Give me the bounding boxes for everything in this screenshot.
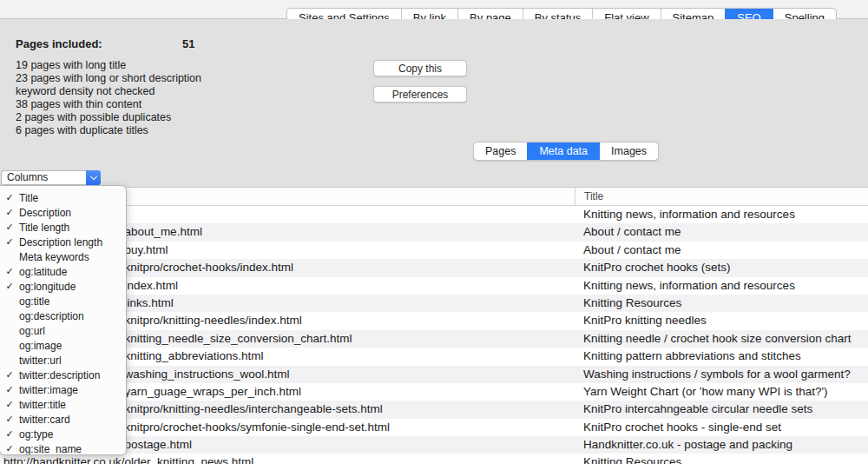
- checkmark-icon: ✓: [0, 414, 19, 425]
- menu-item-label: Description length: [19, 236, 102, 249]
- menu-item-label: twitter:image: [19, 384, 78, 396]
- table-row[interactable]: http://handknitter.co.uk/knitting_abbrev…: [0, 348, 868, 365]
- table-body: http://handknitter.co.ukKnitting news, i…: [0, 206, 868, 464]
- menu-item-og-url[interactable]: og:url: [0, 323, 126, 338]
- table-row[interactable]: http://handknitter.co.uk/knitpro/knittin…: [0, 401, 868, 418]
- menu-item-meta-keywords[interactable]: Meta keywords: [0, 249, 126, 264]
- menu-item-label: og:type: [19, 428, 53, 441]
- checkmark-icon: ✓: [0, 281, 19, 292]
- menu-item-label: og:image: [19, 340, 62, 352]
- preferences-button[interactable]: Preferences: [373, 86, 467, 103]
- menu-item-title[interactable]: ✓Title: [0, 190, 126, 205]
- row-title-cell: Washing instructions / symbols for a woo…: [575, 366, 868, 383]
- menu-item-label: og:longitude: [19, 281, 76, 293]
- checkmark-icon: ✓: [0, 207, 19, 218]
- row-title-cell: Knitting pattern abbreviations and stitc…: [575, 348, 868, 365]
- row-title-cell: Handknitter.co.uk - postage and packing: [575, 436, 868, 454]
- row-title-cell: KnitPro intercahngeable circular needle …: [575, 401, 868, 418]
- menu-item-twitter-url[interactable]: twitter:url: [0, 353, 126, 368]
- summary-line: keyword density not checked: [16, 85, 201, 98]
- table-row[interactable]: http://handknitter.co.uk/older_knitting_…: [0, 454, 868, 464]
- row-title-cell: Yarn Weight Chart (or 'how many WPI is t…: [575, 383, 868, 401]
- row-title-cell: KnitPro crochet hooks - single-end set: [575, 419, 868, 436]
- checkmark-icon: ✓: [0, 266, 19, 277]
- menu-item-og-type[interactable]: ✓og:type: [0, 427, 126, 441]
- checkmark-icon: ✓: [0, 443, 19, 454]
- table-row[interactable]: http://handknitter.co.uk/buy.htmlAbout /…: [0, 242, 868, 259]
- table-row[interactable]: http://handknitter.co.ukKnitting news, i…: [0, 206, 868, 223]
- menu-item-og-longitude[interactable]: ✓og:longitude: [0, 279, 126, 294]
- menu-item-label: twitter:url: [19, 355, 62, 367]
- menu-item-og-latitude[interactable]: ✓og:latitude: [0, 264, 126, 279]
- menu-item-og-image[interactable]: og:image: [0, 338, 126, 353]
- table-row[interactable]: http://handknitter.co.uk/links.htmlKnitt…: [0, 295, 868, 312]
- table-row[interactable]: http://handknitter.co.uk/yarn_guage_wrap…: [0, 383, 868, 401]
- pages-included-count: 51: [182, 37, 194, 50]
- checkmark-icon: ✓: [0, 399, 19, 410]
- checkmark-icon: ✓: [0, 222, 19, 233]
- menu-item-og-title[interactable]: og:title: [0, 294, 126, 308]
- menu-item-twitter-title[interactable]: ✓twitter:title: [0, 397, 126, 412]
- row-title-cell: Knitting news, information and resources: [575, 206, 868, 223]
- data-tabs: PagesMeta dataImages: [473, 142, 659, 161]
- summary-line: 19 pages with long title: [16, 59, 201, 72]
- menu-item-og-description[interactable]: og:description: [0, 308, 126, 323]
- data-tab-pages[interactable]: Pages: [474, 143, 527, 160]
- menu-item-description[interactable]: ✓Description: [0, 205, 126, 220]
- columns-dropdown-button[interactable]: Columns: [1, 170, 101, 185]
- menu-item-og-site-name[interactable]: ✓og:site_name: [0, 441, 126, 455]
- menu-item-label: Title length: [19, 222, 69, 234]
- table-row[interactable]: http://handknitter.co.uk/knitpro/crochet…: [0, 259, 868, 276]
- summary-line: 23 pages with long or short description: [16, 72, 201, 85]
- menu-item-label: og:url: [19, 325, 45, 337]
- data-tab-images[interactable]: Images: [599, 143, 658, 160]
- app-window: Sites and SettingsBy linkBy pageBy statu…: [0, 0, 868, 464]
- summary-line: 2 pages with possible duplicates: [16, 111, 201, 124]
- columns-button-label: Columns: [1, 170, 86, 185]
- checkmark-icon: ✓: [0, 384, 19, 395]
- menu-item-label: Meta keywords: [19, 251, 89, 263]
- menu-item-description-length[interactable]: ✓Description length: [0, 235, 126, 249]
- row-title-cell: Knitting Resources: [575, 295, 868, 312]
- pages-included-label: Pages included:: [16, 37, 102, 50]
- summary-lines: 19 pages with long title23 pages with lo…: [16, 59, 201, 137]
- menu-item-twitter-image[interactable]: ✓twitter:image: [0, 382, 126, 397]
- row-title-cell: About / contact me: [575, 223, 868, 241]
- seo-summary-panel: Pages included: 51 19 pages with long ti…: [0, 19, 868, 187]
- row-title-cell: Knitting Resources: [575, 454, 868, 464]
- table-header-row: Title: [0, 187, 868, 206]
- columns-menu: ✓Title✓Description✓Title length✓Descript…: [0, 185, 127, 455]
- menu-item-label: og:latitude: [19, 266, 67, 278]
- table-row[interactable]: http://handknitter.co.uk/postage.htmlHan…: [0, 436, 868, 454]
- menu-item-twitter-card[interactable]: ✓twitter:card: [0, 412, 126, 427]
- table-row[interactable]: http://handknitter.co.uk/about_me.htmlAb…: [0, 223, 868, 241]
- menu-item-label: og:title: [19, 295, 49, 308]
- table-row[interactable]: http://handknitter.co.uk/index.htmlKnitt…: [0, 277, 868, 295]
- data-tab-meta-data[interactable]: Meta data: [527, 143, 599, 160]
- row-title-cell: Knitting needle / crochet hook size conv…: [575, 330, 868, 348]
- summary-line: 38 pages with thin content: [16, 98, 201, 111]
- menu-item-twitter-description[interactable]: ✓twitter:description: [0, 368, 126, 382]
- table-row[interactable]: http://handknitter.co.uk/knitting_needle…: [0, 330, 868, 348]
- row-title-cell: Knitting news, information and resources: [575, 277, 868, 295]
- menu-item-title-length[interactable]: ✓Title length: [0, 220, 126, 235]
- summary-line: 6 pages with duplicate titles: [16, 124, 201, 137]
- row-title-cell: About / contact me: [575, 242, 868, 259]
- table-row[interactable]: http://handknitter.co.uk/knitpro/knittin…: [0, 312, 868, 329]
- chevron-down-icon: [86, 170, 101, 185]
- checkmark-icon: ✓: [0, 236, 19, 248]
- checkmark-icon: ✓: [0, 428, 19, 440]
- menu-item-label: twitter:title: [19, 399, 66, 411]
- menu-item-label: twitter:card: [19, 414, 70, 426]
- row-url-cell: http://handknitter.co.uk/older_knitting_…: [0, 454, 575, 464]
- menu-item-label: twitter:description: [19, 369, 100, 381]
- row-title-cell: KnitPro crochet hooks (sets): [575, 259, 868, 276]
- checkmark-icon: ✓: [0, 192, 19, 203]
- copy-this-button[interactable]: Copy this: [373, 60, 467, 76]
- title-column-header[interactable]: Title: [575, 188, 868, 205]
- menu-item-label: Description: [19, 207, 71, 219]
- table-row[interactable]: http://handknitter.co.uk/knitpro/crochet…: [0, 419, 868, 436]
- table-row[interactable]: http://handknitter.co.uk/washing_instruc…: [0, 366, 868, 383]
- row-title-cell: KnitPro knitting needles: [575, 312, 868, 329]
- menu-item-label: og:site_name: [19, 443, 82, 455]
